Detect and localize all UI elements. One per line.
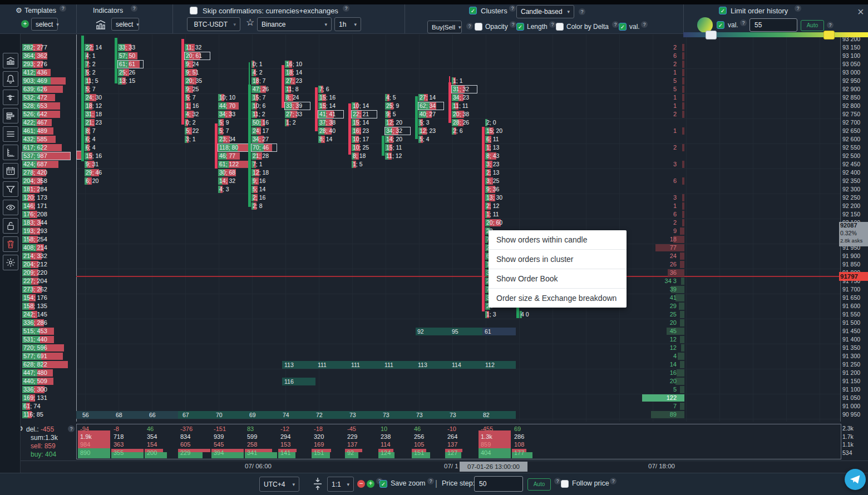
add-template-icon[interactable]: +: [21, 20, 29, 28]
help-icon[interactable]: ?: [343, 5, 349, 12]
help-icon[interactable]: ?: [509, 5, 516, 12]
menu-item-show-order-book[interactable]: Show Order Book: [489, 269, 627, 289]
sidebar-menu-button[interactable]: [3, 126, 18, 142]
profile-row: 181; 284: [22, 186, 40, 193]
skip-confirmations-checkbox[interactable]: [190, 7, 198, 14]
cluster-mode-select[interactable]: Candle-based ▾: [516, 5, 574, 18]
timeframe-select[interactable]: 1h ▾: [334, 17, 361, 31]
zoom-in-icon[interactable]: +: [367, 480, 374, 488]
sidebar-trash-button[interactable]: [3, 236, 18, 252]
help-icon[interactable]: ?: [131, 5, 137, 12]
menu-item-order-size-exchange-breakdown[interactable]: Order size & Exchange breakdown: [489, 289, 627, 308]
cluster-row: 4; 1: [85, 52, 88, 60]
price-label: 91 700: [842, 285, 860, 294]
indicators-label: Indicators: [93, 7, 123, 14]
cluster-row: 20; 38: [452, 111, 464, 118]
candle-body: [315, 87, 318, 131]
telegram-button[interactable]: [845, 469, 866, 490]
cluster-chart[interactable]: 282; 277364; 362293; 276412; 436903; 469…: [0, 0, 868, 495]
price-label: 93 100: [842, 52, 860, 60]
settings-icon: [5, 257, 16, 268]
gradient-slider-handle-left[interactable]: [706, 31, 717, 39]
help-icon[interactable]: ?: [510, 21, 516, 28]
help-icon[interactable]: ?: [641, 21, 648, 28]
loh-val-checkbox[interactable]: ✓: [717, 21, 724, 29]
limit-order-history-checkbox[interactable]: ✓: [719, 7, 727, 14]
price-label: 93 000: [842, 68, 860, 77]
help-icon[interactable]: ?: [612, 21, 619, 28]
help-icon[interactable]: ?: [68, 425, 75, 432]
save-zoom-checkbox[interactable]: ✓: [379, 480, 387, 488]
help-icon[interactable]: ?: [554, 478, 561, 484]
help-icon[interactable]: ?: [795, 5, 801, 12]
gradient-slider-handle-right[interactable]: [823, 31, 835, 39]
sidebar-filter-button[interactable]: [3, 181, 18, 197]
menu-item-show-orders-in-cluster[interactable]: Show orders in cluster: [489, 250, 627, 269]
limit-order-value: 74: [283, 411, 289, 419]
order-history-bar: [681, 344, 684, 352]
cluster-row: 5; 4: [418, 136, 423, 143]
sidebar-ruler-button[interactable]: [3, 145, 18, 160]
help-icon[interactable]: ?: [740, 19, 747, 26]
sidebar-alerts-button[interactable]: [3, 71, 18, 87]
order-history-value: 6: [634, 177, 677, 185]
sidebar-chart-button[interactable]: [3, 53, 18, 68]
compress-scale-icon[interactable]: [312, 477, 324, 491]
indicators-select[interactable]: select ▾: [111, 18, 139, 31]
cluster-row: 44; 70: [218, 102, 239, 110]
sidebar-profile-button[interactable]: [3, 108, 18, 123]
help-icon[interactable]: ?: [610, 478, 617, 484]
help-icon[interactable]: ?: [549, 21, 556, 28]
star-icon[interactable]: ☆: [246, 17, 254, 28]
order-history-value: 2: [634, 111, 677, 118]
exchange-select[interactable]: Binance ▾: [257, 17, 332, 31]
length-checkbox[interactable]: ✓: [516, 23, 524, 31]
stats-sell-value: 137: [447, 441, 457, 448]
cluster-row: 22; 21: [352, 111, 377, 118]
sidebar-calendar-button[interactable]: [3, 163, 18, 179]
price-label: 91 650: [842, 294, 860, 302]
loh-auto-button[interactable]: Auto: [801, 20, 824, 31]
templates-select[interactable]: select ▾: [31, 18, 58, 31]
timezone-select[interactable]: UTC+4 ▾: [259, 477, 299, 492]
price-step-auto-button[interactable]: Auto: [527, 478, 551, 491]
stats-buy-value: 124: [381, 449, 391, 456]
stats-delta-value: 10: [381, 425, 387, 432]
sidebar-slider-button[interactable]: [3, 90, 18, 105]
help-icon[interactable]: ?: [827, 22, 834, 28]
sidebar-eye-button[interactable]: [3, 200, 18, 215]
limit-order-value: 73: [349, 411, 356, 419]
color-by-delta-checkbox[interactable]: [556, 23, 564, 31]
price-step-input[interactable]: [474, 476, 523, 492]
order-history-bar: [675, 294, 684, 301]
scale-ratio-select[interactable]: 1:1 ▾: [327, 477, 354, 492]
candle-body: [248, 85, 251, 207]
sidebar-lock-button[interactable]: [3, 218, 18, 234]
price-label: 92 200: [842, 202, 860, 210]
gridline-h: [76, 244, 840, 244]
help-icon[interactable]: ?: [427, 478, 434, 484]
help-icon[interactable]: ?: [579, 8, 585, 15]
order-history-bar: [682, 194, 684, 201]
loh-val-input[interactable]: [749, 18, 797, 32]
menu-item-show-orders-within-candle[interactable]: Show orders within candle: [489, 230, 627, 250]
help-icon[interactable]: ?: [466, 23, 473, 29]
symbol-select[interactable]: BTC-USDT ▾: [187, 17, 240, 31]
follow-price-checkbox[interactable]: [561, 480, 569, 488]
limit-order-value: 68: [116, 411, 122, 419]
clusters-checkbox[interactable]: ✓: [469, 7, 477, 14]
order-history-bar: [675, 378, 684, 385]
order-history-value: 6: [634, 211, 677, 218]
profile-row: 577; 691: [22, 353, 63, 360]
zoom-out-icon[interactable]: −: [357, 480, 365, 488]
sidebar-settings-button[interactable]: [3, 255, 18, 270]
divider-pipe: |: [435, 478, 437, 488]
cluster-row: 5; 7: [85, 86, 90, 93]
order-history-bar: [680, 361, 684, 368]
side-select[interactable]: Buy|Sell ▾: [427, 21, 462, 33]
close-icon[interactable]: ×: [857, 6, 864, 18]
help-icon[interactable]: ?: [60, 5, 66, 12]
val-checkbox[interactable]: ✓: [619, 23, 627, 31]
opacity-checkbox[interactable]: [475, 23, 482, 31]
scale-ratio-value: 1:1: [332, 481, 341, 488]
